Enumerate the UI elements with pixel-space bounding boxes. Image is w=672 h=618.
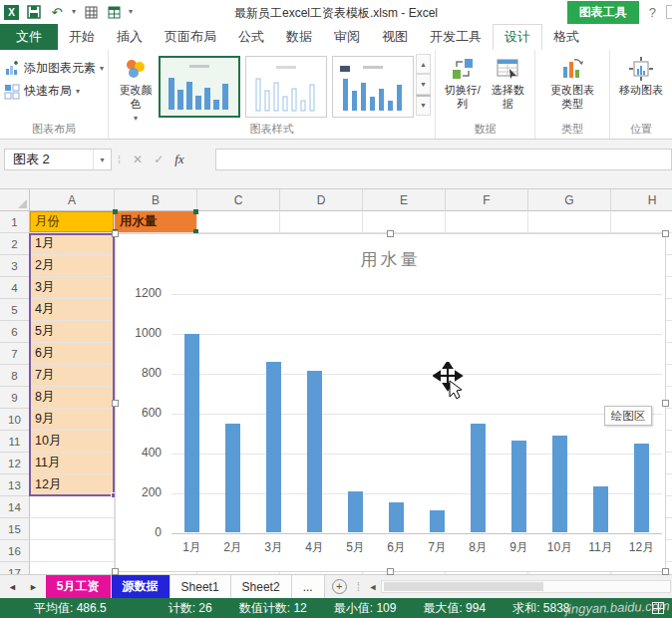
select-data-button[interactable]: 选择数据 [486,54,531,115]
bar-12月[interactable] [634,444,649,532]
cell-A2[interactable]: 1月 [30,233,115,255]
row-header-17[interactable]: 17 [0,562,30,574]
ribbon-tab-公式[interactable]: 公式 [227,24,275,50]
bar-4月[interactable] [307,371,322,532]
ribbon-tab-审阅[interactable]: 审阅 [323,24,371,50]
chart-style-3[interactable] [332,56,414,118]
gallery-up-icon[interactable]: ▲ [416,54,431,74]
enter-icon[interactable]: ✓ [154,153,164,166]
cell-D1[interactable] [280,211,363,233]
row-header-2[interactable]: 2 [0,233,30,255]
name-box[interactable]: 图表 2 ▾ [4,149,112,170]
ribbon-options-icon[interactable] [666,5,672,19]
cell-A6[interactable]: 5月 [30,321,115,343]
row-header-4[interactable]: 4 [0,277,30,299]
sheet-tab-Sheet2[interactable]: Sheet2 [231,575,292,598]
row-header-16[interactable]: 16 [0,540,30,562]
chart-title[interactable]: 用水量 [116,248,665,271]
column-header-D[interactable]: D [280,189,363,211]
switch-row-column-button[interactable]: 切换行/列 [440,54,486,115]
chart-handle[interactable] [662,568,669,575]
chart-handle[interactable] [662,230,669,237]
move-chart-button[interactable]: 移动图表 [614,54,668,101]
ribbon-tab-格式[interactable]: 格式 [542,24,590,50]
next-sheet-icon[interactable]: ► [29,582,38,592]
bar-7月[interactable] [430,510,445,532]
add-chart-element-button[interactable]: 添加图表元素▾ [4,60,104,77]
ribbon-tab-数据[interactable]: 数据 [275,24,323,50]
bar-11月[interactable] [593,486,608,532]
normal-view-icon[interactable] [652,602,664,614]
horizontal-scrollbar[interactable]: ◄ [365,575,672,598]
cell-A8[interactable]: 7月 [30,365,115,387]
column-header-E[interactable]: E [363,189,446,211]
cell-F1[interactable] [446,211,528,233]
cell-E1[interactable] [363,211,446,233]
row-header-7[interactable]: 7 [0,343,30,365]
change-chart-type-button[interactable]: 更改图表类型 [543,54,601,115]
insert-function-icon[interactable]: fx [174,152,183,167]
select-all-button[interactable] [0,189,30,211]
undo-dropdown-icon[interactable]: ▾ [72,8,76,16]
bar-3月[interactable] [266,362,281,532]
row-header-5[interactable]: 5 [0,299,30,321]
row-header-10[interactable]: 10 [0,409,30,431]
tab-splitter[interactable]: ⁞ [357,580,360,594]
row-header-14[interactable]: 14 [0,496,30,518]
ribbon-tab-文件[interactable]: 文件 [0,24,58,50]
ribbon-tab-视图[interactable]: 视图 [371,24,419,50]
sheet-tab-Sheet1[interactable]: Sheet1 [170,575,231,598]
cell-A16[interactable] [30,540,115,562]
undo-icon[interactable]: ↶ [49,4,65,20]
ribbon-tab-页面布局[interactable]: 页面布局 [154,24,227,50]
ribbon-tab-开始[interactable]: 开始 [58,24,106,50]
row-header-15[interactable]: 15 [0,518,30,540]
cell-A12[interactable]: 11月 [30,453,115,474]
cell-A11[interactable]: 10月 [30,431,115,453]
column-header-G[interactable]: G [528,189,611,211]
cell-A15[interactable] [30,518,115,540]
chart-handle[interactable] [112,230,119,237]
formula-input[interactable] [215,149,672,170]
row-header-8[interactable]: 8 [0,365,30,387]
bar-9月[interactable] [511,441,526,532]
sheet-tab-...[interactable]: ... [292,575,325,598]
help-icon[interactable]: ? [649,5,656,20]
chart-tools-context-tab[interactable]: 图表工具 [567,1,639,24]
bar-2月[interactable] [225,424,240,532]
cell-B1[interactable]: 用水量 [115,211,197,233]
grid-view-icon[interactable] [83,4,99,20]
column-header-F[interactable]: F [446,189,528,211]
bar-5月[interactable] [348,491,363,532]
plot-area[interactable]: 1月2月3月4月5月6月7月8月9月10月11月12月 [171,294,662,533]
bar-8月[interactable] [471,424,486,532]
name-box-dropdown-icon[interactable]: ▾ [93,150,111,169]
cancel-icon[interactable]: ✕ [133,153,143,166]
bar-1月[interactable] [184,334,199,532]
column-header-A[interactable]: A [30,189,115,211]
row-header-9[interactable]: 9 [0,387,30,409]
row-header-11[interactable]: 11 [0,431,30,453]
change-colors-button[interactable]: 更改颜色▾ [113,54,159,126]
ribbon-tab-插入[interactable]: 插入 [106,24,154,50]
chart-handle[interactable] [387,230,394,237]
gallery-more-icon[interactable]: ▼ [416,95,431,116]
row-header-13[interactable]: 13 [0,474,30,496]
column-header-B[interactable]: B [115,189,197,211]
cell-A4[interactable]: 3月 [30,277,115,299]
quick-layout-button[interactable]: 快速布局▾ [4,83,104,100]
cell-A5[interactable]: 4月 [30,299,115,321]
chart-handle[interactable] [112,568,119,575]
selection-handle[interactable] [113,209,118,214]
row-header-12[interactable]: 12 [0,453,30,474]
gallery-down-icon[interactable]: ▼ [416,74,431,94]
bar-6月[interactable] [389,502,404,532]
cell-A1[interactable]: 月份 [30,211,115,233]
row-header-3[interactable]: 3 [0,255,30,277]
sheet-tab-源数据[interactable]: 源数据 [112,575,170,598]
cell-C1[interactable] [197,211,280,233]
chart-object[interactable]: 用水量 1月2月3月4月5月6月7月8月9月10月11月12月 绘图区 0200… [115,233,666,572]
chart-handle[interactable] [662,400,669,407]
cell-G1[interactable] [528,211,611,233]
table-icon[interactable] [106,4,122,20]
